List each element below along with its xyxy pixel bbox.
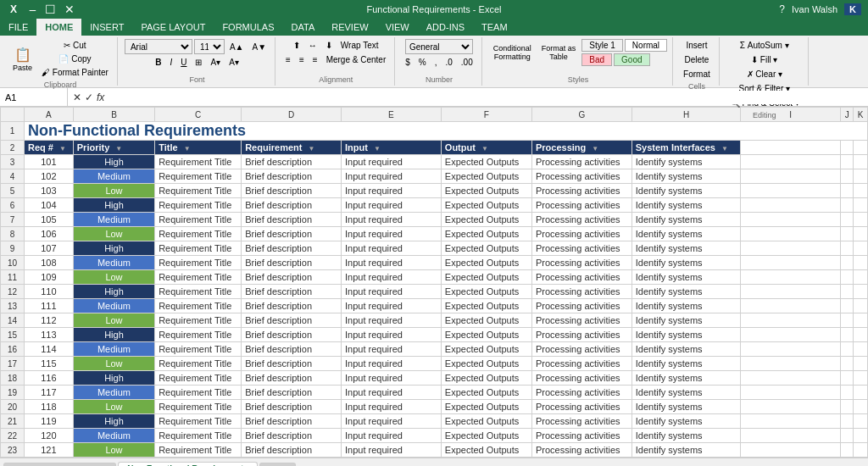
priority-cell[interactable]: High — [73, 155, 154, 169]
title-cell[interactable]: Requirement Title — [155, 357, 242, 371]
format-as-table-button[interactable]: Format asTable — [537, 42, 581, 64]
priority-cell[interactable]: High — [73, 414, 154, 429]
output-cell[interactable]: Expected Outputs — [441, 227, 531, 241]
name-box[interactable]: A1 — [0, 88, 68, 106]
processing-cell[interactable]: Processing activities — [531, 371, 632, 386]
req-cell[interactable]: Brief description — [242, 270, 342, 285]
priority-cell[interactable]: Low — [73, 313, 154, 328]
req-cell[interactable]: Brief description — [242, 299, 342, 313]
processing-cell[interactable]: Processing activities — [531, 169, 632, 184]
input-cell[interactable]: Input required — [342, 342, 442, 357]
priority-cell[interactable]: Medium — [73, 429, 154, 443]
tab-insert[interactable]: INSERT — [81, 19, 132, 36]
priority-cell[interactable]: Low — [73, 357, 154, 371]
sys-cell[interactable]: Identify systems — [632, 328, 741, 342]
col-c[interactable]: C — [155, 108, 242, 122]
title-cell[interactable]: Requirement Title — [155, 169, 242, 184]
title-cell[interactable]: Requirement Title — [155, 155, 242, 169]
req-cell[interactable]: Brief description — [242, 357, 342, 371]
sys-cell[interactable]: Identify systems — [632, 386, 741, 400]
currency-button[interactable]: $ — [402, 56, 414, 69]
output-cell[interactable]: Expected Outputs — [441, 241, 531, 256]
align-middle-button[interactable]: ↔ — [305, 39, 320, 52]
title-cell[interactable]: Requirement Title — [155, 342, 242, 357]
font-size-selector[interactable]: 11 — [194, 39, 225, 54]
req-cell[interactable]: Brief description — [242, 213, 342, 227]
output-cell[interactable]: Expected Outputs — [441, 270, 531, 285]
priority-cell[interactable]: High — [73, 285, 154, 299]
output-cell[interactable]: Expected Outputs — [441, 414, 531, 429]
output-cell[interactable]: Expected Outputs — [441, 443, 531, 458]
output-cell[interactable]: Expected Outputs — [441, 313, 531, 328]
input-cell[interactable]: Input required — [342, 270, 442, 285]
col-e[interactable]: E — [342, 108, 442, 122]
sys-cell[interactable]: Identify systems — [632, 270, 741, 285]
increase-decimal-button[interactable]: .0 — [442, 56, 455, 69]
input-cell[interactable]: Input required — [342, 443, 442, 458]
priority-cell[interactable]: Medium — [73, 213, 154, 227]
align-top-button[interactable]: ⬆ — [290, 39, 303, 52]
priority-cell[interactable]: Low — [73, 443, 154, 458]
processing-cell[interactable]: Processing activities — [531, 400, 632, 414]
req-num-cell[interactable]: 121 — [25, 443, 74, 458]
tab-page-layout[interactable]: PAGE LAYOUT — [132, 19, 214, 36]
output-cell[interactable]: Expected Outputs — [441, 429, 531, 443]
col-j[interactable]: J — [841, 108, 854, 122]
spreadsheet-area[interactable]: A B C D E F G H I J K 1 Non-Functional R… — [0, 107, 868, 458]
help-icon[interactable]: ? — [779, 3, 785, 15]
title-cell[interactable]: Requirement Title — [155, 371, 242, 386]
sys-cell[interactable]: Identify systems — [632, 213, 741, 227]
underline-button[interactable]: U — [177, 56, 190, 69]
wrap-text-button[interactable]: Wrap Text — [337, 39, 382, 52]
bold-button[interactable]: B — [152, 56, 164, 69]
cut-button[interactable]: ✂ Cut — [38, 39, 112, 52]
col-k[interactable]: K — [854, 108, 868, 122]
req-num-cell[interactable]: 110 — [25, 285, 74, 299]
sys-cell[interactable]: Identify systems — [632, 184, 741, 198]
header-output[interactable]: Output ▼ — [441, 141, 531, 155]
priority-cell[interactable]: Medium — [73, 386, 154, 400]
req-cell[interactable]: Brief description — [242, 414, 342, 429]
tab-home[interactable]: HOME — [36, 19, 81, 36]
priority-cell[interactable]: Low — [73, 184, 154, 198]
number-format-selector[interactable]: General — [405, 39, 473, 54]
title-cell[interactable]: Requirement Title — [155, 184, 242, 198]
req-num-cell[interactable]: 109 — [25, 270, 74, 285]
priority-cell[interactable]: Medium — [73, 169, 154, 184]
req-cell[interactable]: Brief description — [242, 443, 342, 458]
processing-cell[interactable]: Processing activities — [531, 256, 632, 270]
header-req[interactable]: Req # ▼ — [25, 141, 74, 155]
title-cell[interactable]: Requirement Title — [155, 299, 242, 313]
output-cell[interactable]: Expected Outputs — [441, 213, 531, 227]
req-num-cell[interactable]: 112 — [25, 313, 74, 328]
insert-button[interactable]: Insert — [682, 39, 710, 52]
req-cell[interactable]: Brief description — [242, 256, 342, 270]
header-system[interactable]: System Interfaces ▼ — [632, 141, 741, 155]
output-cell[interactable]: Expected Outputs — [441, 299, 531, 313]
req-num-cell[interactable]: 118 — [25, 400, 74, 414]
sys-cell[interactable]: Identify systems — [632, 342, 741, 357]
processing-cell[interactable]: Processing activities — [531, 213, 632, 227]
processing-cell[interactable]: Processing activities — [531, 270, 632, 285]
req-num-cell[interactable]: 101 — [25, 155, 74, 169]
col-h[interactable]: H — [632, 108, 741, 122]
req-cell[interactable]: Brief description — [242, 285, 342, 299]
title-cell[interactable]: Requirement Title — [155, 256, 242, 270]
input-cell[interactable]: Input required — [342, 386, 442, 400]
col-g[interactable]: G — [531, 108, 632, 122]
sys-cell[interactable]: Identify systems — [632, 371, 741, 386]
input-cell[interactable]: Input required — [342, 357, 442, 371]
req-cell[interactable]: Brief description — [242, 371, 342, 386]
output-cell[interactable]: Expected Outputs — [441, 169, 531, 184]
formula-input[interactable] — [109, 91, 868, 104]
header-title[interactable]: Title ▼ — [155, 141, 242, 155]
tab-formulas[interactable]: FORMULAS — [214, 19, 282, 36]
autosum-button[interactable]: Σ AutoSum ▾ — [737, 39, 793, 52]
col-d[interactable]: D — [242, 108, 342, 122]
title-cell[interactable]: Requirement Title — [155, 198, 242, 213]
input-cell[interactable]: Input required — [342, 198, 442, 213]
col-a[interactable]: A — [25, 108, 74, 122]
req-num-cell[interactable]: 107 — [25, 241, 74, 256]
input-cell[interactable]: Input required — [342, 227, 442, 241]
italic-button[interactable]: I — [166, 56, 175, 69]
